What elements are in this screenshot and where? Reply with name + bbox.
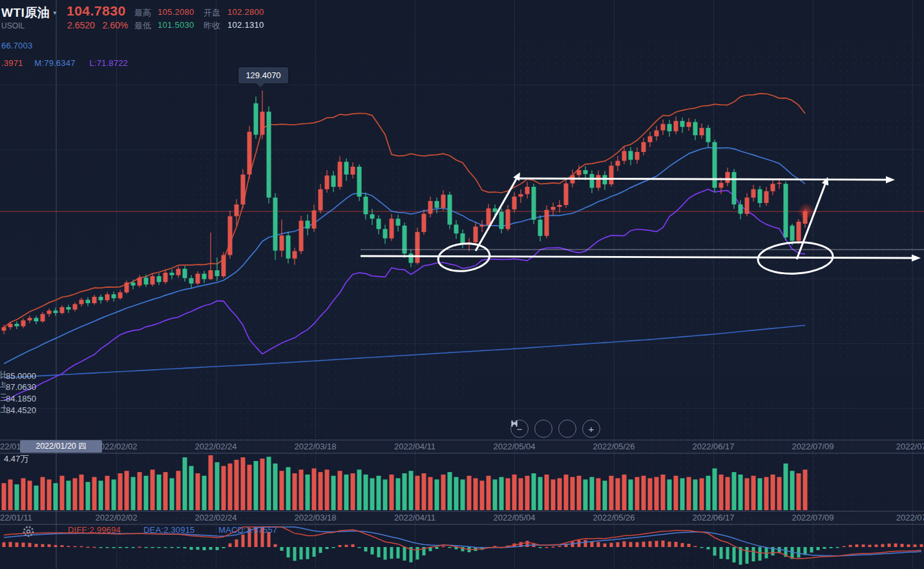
symbol-code: USOIL — [1, 21, 25, 30]
arrowhead — [886, 177, 895, 184]
boll-mid-value: M:79.6347 — [34, 58, 75, 68]
left-price-label: 与87.0630 — [0, 380, 36, 392]
crosshair-date-tooltip: 2022/01/20 四 — [20, 440, 102, 453]
boll-upper-line — [4, 94, 805, 328]
last-price: 104.7830 — [67, 3, 126, 19]
axis-date-label: 2022/07/ — [896, 442, 924, 451]
boll-legend-row: .3971 M:79.6347 L:71.8722 — [1, 58, 128, 68]
boll-lower-value: L:71.8722 — [89, 58, 128, 68]
zoom-in-button[interactable]: + — [582, 420, 600, 438]
left-price-label: 土84.4520 — [0, 403, 36, 415]
boll-upper-value: .3971 — [1, 58, 23, 68]
stat-high-label: 最高 — [134, 7, 151, 19]
axis-date-label: 2022/04/11 — [394, 513, 436, 522]
arrowhead — [912, 255, 921, 262]
breakout-arrow — [797, 184, 825, 259]
chart-canvas[interactable] — [0, 0, 924, 569]
left-price-label: 三84.1850 — [0, 392, 36, 403]
axis-date-label: 2022/02/02 — [95, 513, 137, 522]
stat-prevclose-value: 102.1310 — [227, 20, 264, 30]
skip-end-icon — [510, 420, 518, 427]
stat-prevclose-label: 昨收 — [204, 20, 220, 32]
axis-date-label: 2022/03/18 — [294, 442, 336, 451]
date-axis-main[interactable]: 22/01/2022/02/022022/02/242022/03/182022… — [0, 440, 924, 454]
date-axis-volume[interactable]: 22/01/112022/02/022022/02/242022/03/1820… — [0, 511, 924, 525]
macd-diff-value: DIFF:2.99694 — [68, 525, 121, 535]
trading-app-window: WTI原油▾ USOIL 104.7830 2.6520 2.60% 最高 10… — [0, 0, 924, 569]
volume-layer — [2, 455, 808, 510]
axis-date-label: 2022/06/17 — [692, 442, 734, 451]
chevron-down-icon: ▾ — [53, 9, 57, 16]
axis-date-label: 2022/06/17 — [692, 513, 734, 522]
arrowhead — [822, 177, 828, 186]
axis-date-label: 2022/05/04 — [493, 442, 535, 451]
skip-to-start-button[interactable] — [534, 420, 552, 438]
stat-low-value: 101.5030 — [158, 20, 194, 30]
macd-settings-icon[interactable] — [22, 525, 35, 538]
plus-icon: + — [589, 424, 594, 435]
axis-date-label: 2022/07/09 — [792, 442, 834, 451]
axis-date-label: 2022/02/24 — [194, 513, 236, 522]
stat-high-value: 105.2080 — [158, 7, 194, 17]
stat-open-value: 102.2800 — [227, 7, 264, 17]
stat-open-label: 开盘 — [204, 7, 220, 19]
axis-date-label: 22/01/11 — [0, 513, 32, 522]
trend-line — [361, 256, 912, 258]
macd-value: MACD:1.37557 — [218, 525, 277, 535]
indicator-legend-row1: 66.7003 — [1, 41, 32, 50]
chart-nav-controls: − + — [510, 420, 600, 438]
axis-date-label: 2022/05/26 — [593, 442, 635, 451]
skip-to-end-button[interactable] — [558, 420, 576, 438]
axis-date-label: 2022/03/18 — [294, 513, 336, 522]
axis-date-label: 2022/07/09 — [792, 513, 834, 522]
left-price-label: 比85.0000 — [0, 369, 36, 381]
macd-dea-line — [4, 527, 921, 556]
symbol-selector[interactable]: WTI原油▾ — [1, 5, 57, 21]
macd-diff-line — [4, 527, 921, 559]
axis-date-label: 2022/05/04 — [493, 513, 535, 522]
volume-max-label: 4.47万 — [4, 453, 28, 465]
axis-date-label: 2022/04/11 — [394, 442, 436, 451]
macd-dea-value: DEA:2.30915 — [143, 525, 195, 535]
stat-low-label: 最低 — [134, 20, 151, 32]
axis-date-label: 2022/05/26 — [593, 513, 635, 522]
boll-lower-line — [4, 189, 805, 400]
axis-date-label: 2022/02/24 — [194, 442, 236, 451]
axis-date-label: 2022/07/ — [896, 513, 924, 522]
price-change: 2.6520 2.60% — [67, 20, 128, 30]
peak-price-tooltip: 129.4070 — [238, 67, 288, 83]
symbol-name: WTI原油 — [1, 6, 50, 19]
